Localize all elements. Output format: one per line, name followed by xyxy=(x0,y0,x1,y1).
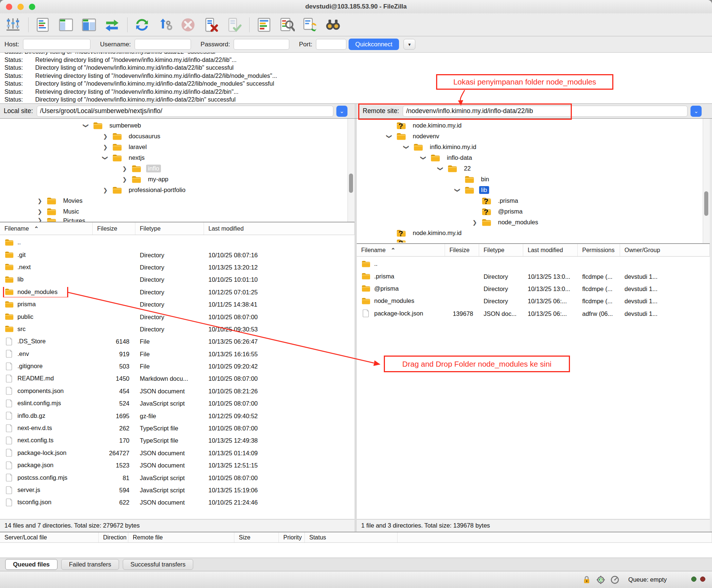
chevron-icon[interactable] xyxy=(417,155,430,161)
chevron-icon[interactable] xyxy=(99,133,112,140)
queue-column-header[interactable]: Direction xyxy=(99,532,128,542)
local-tree-item[interactable]: laravel xyxy=(0,142,355,152)
queue-tab[interactable]: Successful transfers xyxy=(123,559,194,570)
remote-tree-item[interactable]: inflo.kimino.my.id xyxy=(357,142,710,152)
remote-tree-item[interactable]: 22 xyxy=(357,163,710,174)
remote-tree-item[interactable]: @prisma xyxy=(357,206,710,217)
local-file-row[interactable]: .env 919 File 10/13/25 16:16:55 xyxy=(0,348,355,360)
file-search-icon[interactable] xyxy=(278,16,296,34)
local-file-row[interactable]: public Directory 10/10/25 08:07:00 xyxy=(0,311,355,323)
remote-tree-item[interactable]: node.kimino.my.id xyxy=(357,228,710,238)
local-tree-item[interactable]: Music xyxy=(0,206,355,217)
local-file-row[interactable]: postcss.config.mjs 81 JavaScript script … xyxy=(0,472,355,484)
local-file-row[interactable]: .gitignore 503 File 10/10/25 09:20:42 xyxy=(0,360,355,373)
queue-column-header[interactable]: Remote file xyxy=(128,532,234,542)
remote-tree-item[interactable]: nodevenv xyxy=(357,131,710,142)
local-tree-item[interactable]: sumberweb xyxy=(0,120,355,131)
local-tree-item[interactable]: Pictures xyxy=(0,217,355,222)
remote-list-column-header[interactable]: Last modified⌃ xyxy=(523,244,578,256)
chevron-icon[interactable] xyxy=(33,217,46,222)
password-input[interactable] xyxy=(234,39,289,50)
username-input[interactable] xyxy=(135,39,191,50)
local-file-row[interactable]: tsconfig.json 622 JSON document 10/10/25… xyxy=(0,496,355,509)
local-file-row[interactable]: components.json 454 JSON document 10/10/… xyxy=(0,385,355,397)
reconnect-icon[interactable] xyxy=(225,16,243,34)
chevron-icon[interactable] xyxy=(79,122,93,129)
chevron-icon[interactable] xyxy=(99,144,112,151)
lock-icon[interactable] xyxy=(582,575,591,584)
disconnect-icon[interactable] xyxy=(202,16,220,34)
queue-column-header[interactable] xyxy=(398,532,712,542)
local-file-row[interactable]: next-env.d.ts 262 TypeScript file 10/10/… xyxy=(0,422,355,435)
chevron-icon[interactable] xyxy=(383,230,396,237)
host-input[interactable] xyxy=(23,39,90,50)
local-file-row[interactable]: node_modules Directory 10/12/25 07:01:25 xyxy=(0,286,355,298)
remote-list-column-header[interactable]: Filename⌃ xyxy=(357,244,445,256)
chevron-icon[interactable] xyxy=(118,165,131,172)
queue-column-header[interactable]: Size xyxy=(234,532,279,542)
remote-tree-item[interactable] xyxy=(357,238,710,242)
local-tree-item[interactable]: nextjs xyxy=(0,152,355,163)
local-list-column-header[interactable]: Last modified⌃ xyxy=(204,222,355,235)
queue-tab[interactable]: Failed transfers xyxy=(61,559,119,570)
remote-list-column-header[interactable]: Filetype⌃ xyxy=(479,244,523,256)
queue-column-header[interactable]: Status xyxy=(305,532,398,542)
gear-notification-icon[interactable]: A xyxy=(596,575,605,584)
chevron-icon[interactable] xyxy=(434,165,447,172)
local-list-column-header[interactable]: Filetype⌃ xyxy=(135,222,204,235)
scrollbar-thumb[interactable] xyxy=(349,174,353,193)
local-file-row[interactable]: inflo.db.gz 1695 gz-file 10/12/25 09:40:… xyxy=(0,410,355,422)
local-file-row[interactable]: .. xyxy=(0,237,355,249)
chevron-icon[interactable] xyxy=(451,176,464,183)
speed-limit-icon[interactable] xyxy=(610,575,619,584)
quickconnect-dropdown-button[interactable]: ▼ xyxy=(403,39,415,50)
local-file-row[interactable]: eslint.config.mjs 524 JavaScript script … xyxy=(0,397,355,410)
local-list-column-header[interactable]: Filesize⌃ xyxy=(93,222,135,235)
local-file-row[interactable]: .git Directory 10/10/25 08:07:16 xyxy=(0,249,355,261)
chevron-icon[interactable] xyxy=(33,198,46,204)
chevron-icon[interactable] xyxy=(33,208,46,215)
local-file-row[interactable]: .DS_Store 6148 File 10/13/25 06:26:47 xyxy=(0,336,355,348)
local-list-column-header[interactable]: Filename⌃ xyxy=(0,222,93,235)
remote-site-dropdown-button[interactable]: ⌄ xyxy=(690,106,702,117)
chevron-icon[interactable] xyxy=(400,144,413,151)
local-file-row[interactable]: lib Directory 10/10/25 10:01:10 xyxy=(0,274,355,286)
remote-file-row[interactable]: package-lock.json 139678 JSON doc... 10/… xyxy=(357,308,710,320)
local-file-row[interactable]: package-lock.json 264727 JSON document 1… xyxy=(0,447,355,459)
remote-file-row[interactable]: @prisma Directory 10/13/25 13:0... flcdm… xyxy=(357,283,710,295)
local-tree-item[interactable]: inflo xyxy=(0,163,355,174)
remote-list-column-header[interactable]: Permissions⌃ xyxy=(578,244,620,256)
local-tree-scrollbar[interactable] xyxy=(347,119,355,222)
synchronized-browsing-icon[interactable] xyxy=(301,16,319,34)
directory-comparison-icon[interactable] xyxy=(324,16,342,34)
chevron-icon[interactable] xyxy=(468,219,481,226)
local-site-dropdown-button[interactable]: ⌄ xyxy=(336,106,347,117)
chevron-icon[interactable] xyxy=(383,133,396,140)
remote-tree-item[interactable]: bin xyxy=(357,174,710,185)
remote-tree-item[interactable]: .prisma xyxy=(357,195,710,206)
remote-tree-scrollbar[interactable] xyxy=(703,119,710,243)
local-file-row[interactable]: server.js 594 JavaScript script 10/13/25… xyxy=(0,484,355,496)
remote-tree-item[interactable]: inflo-data xyxy=(357,152,710,163)
refresh-icon[interactable] xyxy=(133,16,151,34)
chevron-icon[interactable] xyxy=(451,187,464,194)
remote-file-row[interactable]: .. xyxy=(357,258,710,270)
local-file-row[interactable]: prisma Directory 10/11/25 14:38:41 xyxy=(0,298,355,311)
toggle-remote-tree-icon[interactable] xyxy=(80,16,98,34)
chevron-icon[interactable] xyxy=(118,176,131,183)
directory-filters-icon[interactable] xyxy=(255,16,273,34)
site-manager-icon[interactable] xyxy=(4,16,22,34)
queue-column-header[interactable]: Priority xyxy=(279,532,305,542)
toggle-local-tree-icon[interactable] xyxy=(57,16,75,34)
remote-site-path-input[interactable] xyxy=(403,106,688,117)
remote-file-row[interactable]: node_modules Directory 10/13/25 06:... f… xyxy=(357,295,710,307)
local-tree-item[interactable]: my-app xyxy=(0,174,355,185)
local-file-row[interactable]: src Directory 10/10/25 09:30:53 xyxy=(0,323,355,336)
chevron-icon[interactable] xyxy=(468,208,481,215)
cancel-operation-icon[interactable] xyxy=(179,16,197,34)
chevron-icon[interactable] xyxy=(383,122,396,129)
remote-list-column-header[interactable]: Owner/Group⌃ xyxy=(620,244,710,256)
local-file-row[interactable]: package.json 1523 JSON document 10/13/25… xyxy=(0,459,355,472)
queue-tab[interactable]: Queued files xyxy=(5,559,57,570)
chevron-icon[interactable] xyxy=(468,198,481,204)
